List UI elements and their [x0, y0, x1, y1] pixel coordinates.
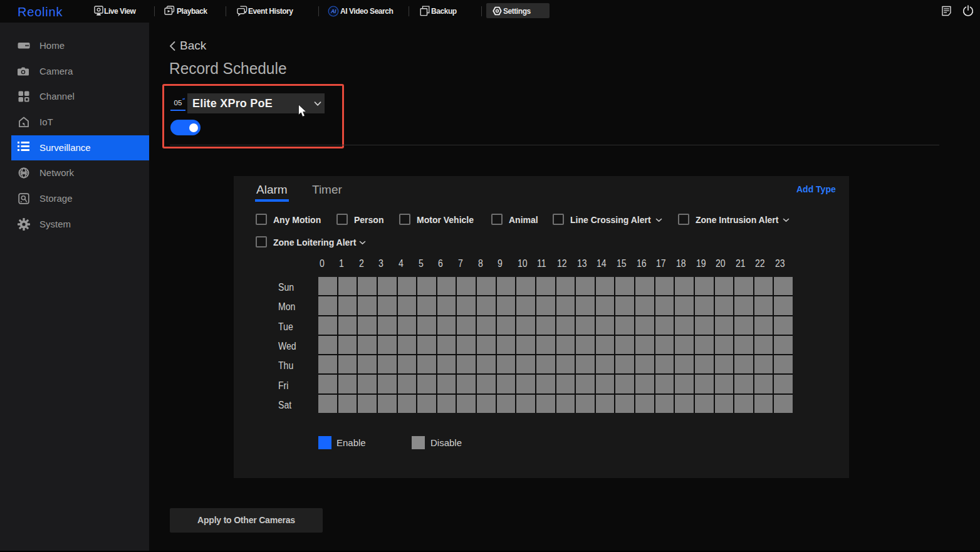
svg-text:AI: AI: [330, 8, 336, 14]
